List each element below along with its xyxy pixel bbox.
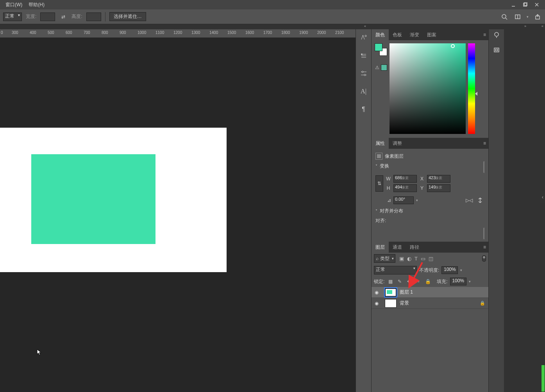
- character-icon[interactable]: A|: [358, 86, 370, 97]
- tab-paths[interactable]: 路径: [406, 242, 423, 253]
- filter-toggle[interactable]: [482, 255, 486, 262]
- tab-layers[interactable]: 图层: [372, 242, 389, 253]
- brushes-icon[interactable]: [358, 50, 370, 61]
- color-panel: ⚠: [372, 40, 488, 138]
- tips-icon[interactable]: [492, 31, 501, 39]
- collapse-strip-icon[interactable]: «: [541, 24, 543, 28]
- list-item[interactable]: ◉ 图层 1: [372, 287, 488, 298]
- layer-filter-kind[interactable]: ⌕ 类型: [374, 254, 395, 263]
- angle-chevron-icon[interactable]: ▾: [416, 198, 418, 202]
- sv-cursor: [451, 44, 455, 48]
- canvas-area[interactable]: [0, 38, 356, 392]
- filter-pixel-icon[interactable]: ▣: [399, 256, 404, 262]
- lock-position-icon[interactable]: ✥: [406, 278, 413, 285]
- ruler-tick: 400: [30, 30, 36, 35]
- menu-help[interactable]: 帮助(H): [25, 1, 48, 9]
- search-icon[interactable]: [500, 12, 509, 21]
- select-and-mask-button[interactable]: 选择并遮住…: [109, 12, 146, 21]
- fill-chevron-icon[interactable]: ▾: [469, 280, 471, 283]
- hue-handle-icon[interactable]: [475, 92, 477, 96]
- minimize-button[interactable]: [507, 1, 519, 9]
- scrollbar-vertical[interactable]: [541, 365, 545, 392]
- maximize-button[interactable]: [519, 1, 531, 9]
- height-input[interactable]: [86, 12, 101, 21]
- layer-name[interactable]: 背景: [400, 300, 409, 306]
- brush-settings-icon[interactable]: [358, 32, 370, 43]
- pixel-layer-label: 像素图层: [385, 153, 404, 160]
- artboard: [0, 128, 227, 272]
- titlebar: 窗口(W) 帮助(H): [0, 0, 545, 9]
- tab-channels[interactable]: 通道: [389, 242, 406, 253]
- height-value-input[interactable]: 494 像素: [393, 184, 417, 192]
- tab-patterns[interactable]: 图案: [423, 29, 440, 40]
- tab-properties[interactable]: 属性: [372, 138, 389, 149]
- layer-name[interactable]: 图层 1: [400, 289, 413, 296]
- width-value-input[interactable]: 686 像素: [393, 175, 417, 183]
- color-panel-menu-icon[interactable]: ≡: [481, 32, 488, 37]
- swap-dimensions-icon[interactable]: ⇄: [59, 12, 68, 21]
- ruler-tick: 300: [12, 30, 18, 35]
- svg-rect-18: [495, 49, 498, 51]
- lock-transparent-icon[interactable]: ▩: [387, 278, 394, 285]
- layer-blend-select[interactable]: 正常: [374, 266, 417, 274]
- ruler-tick: 900: [120, 30, 126, 35]
- lock-aspect-icon[interactable]: ⇅: [375, 175, 383, 192]
- align-header[interactable]: 对齐并分布: [375, 206, 484, 216]
- y-label: Y: [419, 185, 425, 191]
- lock-artboard-icon[interactable]: ▫: [415, 278, 422, 285]
- y-value-input[interactable]: 149 像素: [427, 184, 450, 192]
- flip-horizontal-icon[interactable]: ▷◁: [465, 196, 474, 205]
- collapse-panels-icon[interactable]: »: [524, 24, 526, 28]
- blend-mode-select[interactable]: 正常: [3, 12, 22, 21]
- layer-thumbnail[interactable]: [385, 299, 397, 308]
- tab-adjustments[interactable]: 调整: [389, 138, 406, 149]
- lock-pixels-icon[interactable]: ✎: [396, 278, 403, 285]
- libraries-icon[interactable]: [492, 46, 501, 54]
- filter-shape-icon[interactable]: ▭: [421, 256, 425, 262]
- ruler-tick: 1900: [299, 30, 308, 35]
- saturation-value-picker[interactable]: [390, 43, 466, 134]
- tab-color[interactable]: 颜色: [372, 29, 389, 40]
- list-item[interactable]: ◉ 背景 🔒: [372, 298, 488, 309]
- lock-all-icon[interactable]: 🔒: [424, 278, 431, 285]
- collapse-tools-icon[interactable]: «: [364, 24, 366, 28]
- width-input[interactable]: [40, 12, 55, 21]
- edge-flyout-icon[interactable]: ‹: [540, 191, 545, 203]
- transform-header[interactable]: 变换: [375, 161, 484, 171]
- filter-type-icon[interactable]: T: [415, 256, 418, 262]
- visibility-toggle-icon[interactable]: ◉: [372, 301, 382, 306]
- warning-icon[interactable]: ⚠: [375, 65, 379, 70]
- layers-panel-menu-icon[interactable]: ≡: [481, 244, 488, 250]
- opacity-chevron-icon[interactable]: ▾: [460, 268, 462, 272]
- properties-panel-menu-icon[interactable]: ≡: [481, 141, 488, 146]
- x-label: X: [419, 176, 425, 182]
- h-label: H: [386, 185, 391, 191]
- safe-color-swatch[interactable]: [381, 64, 387, 71]
- filter-smartobj-icon[interactable]: ◫: [429, 256, 433, 262]
- visibility-toggle-icon[interactable]: ◉: [372, 290, 382, 295]
- svg-point-10: [365, 35, 366, 37]
- filter-adjust-icon[interactable]: ◐: [407, 256, 411, 262]
- workspace-icon[interactable]: [513, 12, 522, 21]
- x-value-input[interactable]: 423 像素: [427, 175, 450, 183]
- adjustments-icon[interactable]: [358, 68, 370, 79]
- foreground-swatch[interactable]: [375, 43, 382, 51]
- width-label: 宽度:: [26, 13, 36, 20]
- tab-swatches[interactable]: 色板: [389, 29, 406, 40]
- workspace-chevron-icon[interactable]: ▾: [527, 15, 529, 19]
- fill-label: 填充:: [437, 278, 447, 285]
- opacity-input[interactable]: 100%: [441, 266, 458, 274]
- ruler-horizontal[interactable]: 0 300 400 500 600 700 800 900 1000 1100 …: [0, 29, 356, 38]
- fg-bg-swatch[interactable]: [375, 43, 387, 56]
- paragraph-icon[interactable]: ¶: [358, 103, 370, 115]
- menu-window[interactable]: 窗口(W): [2, 1, 25, 9]
- svg-point-12: [362, 71, 363, 73]
- close-button[interactable]: [531, 1, 543, 9]
- share-icon[interactable]: [533, 12, 542, 21]
- hue-slider[interactable]: [468, 43, 475, 134]
- layer-thumbnail[interactable]: [385, 288, 397, 297]
- fill-input[interactable]: 100%: [450, 278, 466, 285]
- ruler-tick: 1200: [173, 30, 182, 35]
- angle-input[interactable]: 0.00°: [393, 196, 414, 204]
- tab-gradients[interactable]: 渐变: [406, 29, 423, 40]
